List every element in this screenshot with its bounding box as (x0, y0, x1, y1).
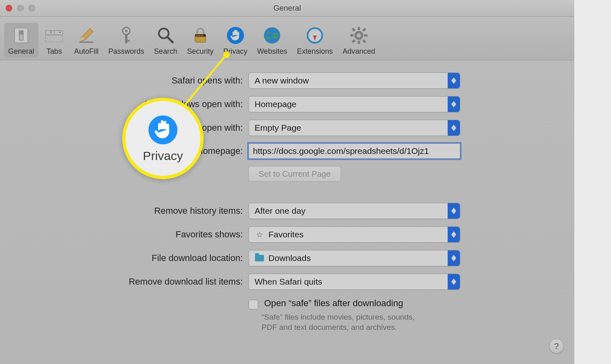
svg-text:+: + (59, 30, 61, 35)
toolbar-item-general[interactable]: General (4, 23, 38, 57)
svg-rect-21 (199, 35, 200, 36)
select-favorites-shows[interactable]: ☆ Favorites (248, 226, 460, 243)
toolbar-item-autofill[interactable]: AutoFill (70, 23, 103, 57)
svg-marker-43 (451, 104, 456, 107)
toolbar-item-advanced[interactable]: Advanced (338, 23, 379, 57)
chevron-updown-icon (448, 120, 460, 136)
chevron-updown-icon (448, 250, 460, 266)
checkbox-label: Open “safe” files after downloading (264, 298, 403, 308)
svg-rect-2 (19, 31, 23, 35)
select-new-windows-open[interactable]: Homepage (248, 96, 460, 112)
svg-text:×: × (50, 30, 52, 35)
svg-point-12 (125, 30, 127, 32)
compass-icon (305, 25, 325, 46)
magnifier-icon (156, 25, 176, 46)
select-new-tabs-open[interactable]: Empty Page (248, 120, 460, 136)
label-download-location: File download location: (0, 253, 248, 263)
select-value: Homepage (255, 99, 297, 109)
svg-marker-50 (451, 255, 456, 258)
homepage-input[interactable] (248, 143, 460, 159)
globe-icon (262, 25, 282, 46)
pencil-icon (76, 25, 97, 46)
label-remove-downloads: Remove download list items: (0, 276, 248, 287)
toolbar-item-passwords[interactable]: Passwords (104, 23, 148, 57)
select-remove-history[interactable]: After one day (248, 203, 460, 219)
lock-icon (190, 25, 211, 46)
toolbar-item-tabs[interactable]: × + Tabs (40, 23, 68, 57)
preferences-window: General General × + (0, 0, 574, 364)
select-value: Downloads (268, 253, 311, 263)
tabs-icon: × + (44, 25, 64, 46)
gear-icon (349, 25, 369, 46)
svg-marker-49 (451, 235, 456, 238)
switch-icon (11, 25, 31, 46)
close-window-button[interactable] (6, 5, 12, 11)
zoom-window-button[interactable] (29, 5, 35, 11)
select-value: A new window (255, 76, 309, 86)
svg-rect-36 (362, 28, 366, 32)
checkbox-icon (248, 300, 258, 309)
window-title: General (273, 4, 301, 13)
toolbar-label: Advanced (343, 47, 375, 56)
toolbar-label: AutoFill (74, 47, 99, 56)
open-safe-files-checkbox-row[interactable]: Open “safe” files after downloading (248, 298, 468, 309)
label-favorites-shows: Favorites shows: (0, 229, 248, 240)
select-download-location[interactable]: Downloads (248, 250, 460, 266)
svg-marker-46 (451, 208, 456, 211)
toolbar-item-websites[interactable]: Websites (253, 23, 291, 57)
svg-marker-42 (451, 101, 456, 104)
button-label: Set to Current Page (259, 169, 331, 179)
chevron-updown-icon (448, 274, 460, 289)
toolbar-label: Passwords (108, 47, 144, 56)
svg-marker-41 (451, 81, 456, 84)
select-value: Empty Page (255, 123, 301, 133)
svg-point-39 (357, 33, 361, 37)
toolbar-item-extensions[interactable]: Extensions (293, 23, 337, 57)
preferences-toolbar: General × + Tabs (0, 17, 574, 60)
toolbar-item-security[interactable]: Security (183, 23, 218, 57)
label-remove-history: Remove history items: (0, 206, 248, 216)
svg-rect-19 (196, 35, 197, 36)
toolbar-label: Search (154, 47, 177, 56)
star-icon: ☆ (255, 230, 264, 239)
toolbar-label: Websites (257, 47, 287, 56)
general-settings-form: Safari opens with: A new window New wind… (0, 60, 574, 333)
help-button[interactable]: ? (549, 339, 564, 353)
select-value: Favorites (268, 230, 303, 239)
svg-marker-52 (451, 278, 456, 282)
svg-point-55 (148, 115, 177, 144)
svg-rect-20 (198, 35, 198, 36)
svg-marker-51 (451, 258, 456, 261)
chevron-updown-icon (448, 73, 460, 88)
svg-marker-45 (451, 128, 456, 131)
svg-rect-37 (352, 39, 356, 43)
toolbar-label: General (8, 47, 34, 56)
select-value: When Safari quits (255, 277, 322, 287)
svg-rect-10 (79, 42, 93, 43)
svg-rect-33 (350, 34, 354, 37)
chevron-updown-icon (448, 203, 460, 219)
chevron-updown-icon (448, 227, 460, 242)
annotation-label: Privacy (143, 149, 183, 163)
hand-stop-icon (225, 25, 246, 46)
annotation-magnifier: Privacy (122, 98, 204, 179)
select-value: After one day (255, 206, 306, 216)
safe-files-help-text: “Safe” files include movies, pictures, s… (262, 312, 416, 333)
label-safari-opens-with: Safari opens with: (0, 75, 248, 86)
traffic-lights (6, 5, 35, 11)
svg-rect-14 (125, 40, 130, 42)
chevron-updown-icon (448, 96, 460, 112)
titlebar: General (0, 0, 574, 17)
svg-rect-32 (358, 41, 360, 44)
minimize-window-button[interactable] (17, 5, 24, 11)
folder-icon (255, 253, 264, 263)
select-remove-downloads[interactable]: When Safari quits (248, 274, 460, 290)
svg-point-24 (227, 27, 244, 44)
svg-marker-44 (451, 125, 456, 128)
hand-stop-icon (147, 114, 179, 146)
set-to-current-page-button[interactable]: Set to Current Page (248, 166, 341, 182)
toolbar-item-search[interactable]: Search (150, 23, 181, 57)
annotation-dot (223, 51, 230, 58)
svg-rect-35 (352, 28, 356, 32)
select-safari-opens-with[interactable]: A new window (248, 72, 460, 89)
